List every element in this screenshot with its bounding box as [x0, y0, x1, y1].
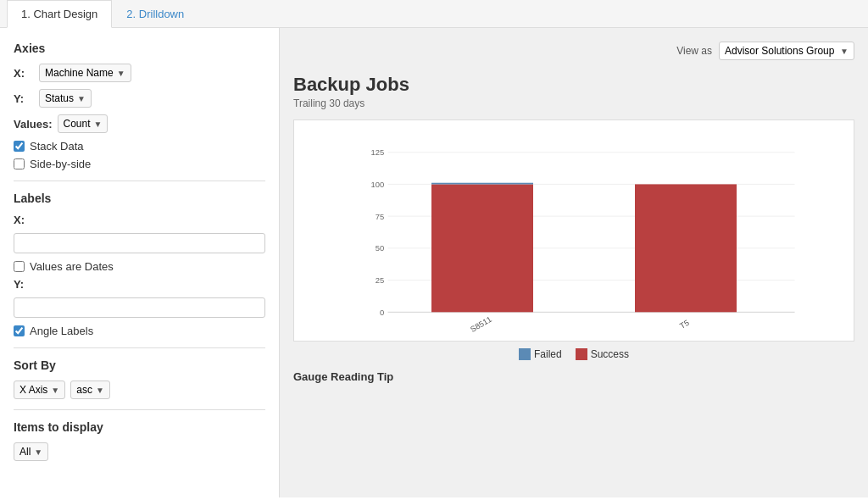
- x-axis-label: X:: [14, 67, 34, 80]
- y-axis-dropdown[interactable]: Status ▼: [39, 89, 92, 108]
- tab-chart-design[interactable]: 1. Chart Design: [7, 0, 112, 28]
- sort-by-title: Sort By: [14, 358, 265, 372]
- right-panel: View as Advisor Solutions Group ▼ Backup…: [280, 28, 868, 497]
- sort-by-chevron-icon: ▼: [51, 386, 59, 395]
- chart-legend: Failed Success: [293, 348, 854, 360]
- chart-subtitle: Trailing 30 days: [293, 97, 854, 109]
- sort-order-chevron-icon: ▼: [96, 386, 104, 395]
- sort-order-dropdown[interactable]: asc ▼: [70, 381, 110, 399]
- tab-drilldown[interactable]: 2. Drilldown: [112, 0, 198, 28]
- svg-text:100: 100: [371, 180, 385, 189]
- svg-text:50: 50: [376, 243, 384, 253]
- divider-2: [14, 347, 265, 348]
- x-label-input[interactable]: [14, 233, 265, 253]
- values-are-dates-row: Values are Dates: [14, 260, 265, 273]
- view-as-bar: View as Advisor Solutions Group ▼: [293, 42, 854, 60]
- x-label-t5: T5: [678, 318, 691, 331]
- chart-area: 125 100 75 50 25 0 S8511 T5: [293, 119, 854, 342]
- svg-text:0: 0: [380, 308, 384, 317]
- legend-failed-label: Failed: [534, 348, 562, 360]
- legend-success: Success: [576, 348, 629, 360]
- x-axis-chevron-icon: ▼: [117, 69, 125, 78]
- values-are-dates-label: Values are Dates: [30, 260, 114, 273]
- view-as-dropdown[interactable]: Advisor Solutions Group ▼: [719, 42, 854, 60]
- legend-failed-icon: [519, 348, 531, 360]
- x-label-s8511: S8511: [469, 314, 493, 334]
- label-x-row: X:: [14, 214, 265, 226]
- label-y-label: Y:: [14, 278, 34, 291]
- x-axis-row: X: Machine Name ▼: [14, 64, 265, 82]
- items-to-display-title: Items to display: [14, 420, 265, 434]
- view-as-chevron-icon: ▼: [840, 47, 849, 56]
- sort-by-dropdown[interactable]: X Axis ▼: [14, 381, 65, 399]
- left-panel: Axies X: Machine Name ▼ Y: Status ▼ Valu…: [0, 28, 280, 497]
- values-dropdown[interactable]: Count ▼: [58, 114, 108, 133]
- legend-success-label: Success: [591, 348, 629, 360]
- side-by-side-label: Side-by-side: [30, 158, 91, 170]
- sort-by-row: X Axis ▼ asc ▼: [14, 381, 265, 399]
- values-chevron-icon: ▼: [94, 119, 103, 129]
- legend-success-icon: [576, 348, 587, 360]
- labels-title: Labels: [14, 192, 265, 205]
- gauge-reading-tip: Gauge Reading Tip: [293, 370, 854, 383]
- items-to-display-row: All ▼: [14, 442, 265, 461]
- y-axis-row: Y: Status ▼: [14, 89, 265, 108]
- stack-data-checkbox[interactable]: [14, 141, 25, 152]
- values-label: Values:: [14, 118, 53, 131]
- angle-labels-row: Angle Labels: [14, 325, 265, 337]
- svg-text:125: 125: [371, 147, 385, 157]
- side-by-side-row: Side-by-side: [14, 158, 265, 170]
- legend-failed: Failed: [519, 348, 562, 360]
- bar-s8511-success: [431, 184, 533, 312]
- angle-labels-checkbox[interactable]: [14, 325, 25, 336]
- svg-text:25: 25: [376, 275, 384, 285]
- label-x-label: X:: [14, 214, 34, 226]
- chart-title: Backup Jobs: [293, 74, 854, 96]
- angle-labels-label: Angle Labels: [30, 325, 93, 337]
- x-axis-dropdown[interactable]: Machine Name ▼: [39, 64, 131, 82]
- stack-data-label: Stack Data: [30, 140, 84, 153]
- bar-t5-success: [635, 184, 737, 312]
- stack-data-row: Stack Data: [14, 140, 265, 153]
- divider-3: [14, 409, 265, 410]
- tab-bar: 1. Chart Design 2. Drilldown: [0, 0, 868, 28]
- items-to-display-dropdown[interactable]: All ▼: [14, 442, 48, 461]
- y-label-input[interactable]: [14, 297, 265, 318]
- view-as-label: View as: [676, 45, 712, 57]
- axies-title: Axies: [14, 42, 265, 55]
- values-are-dates-checkbox[interactable]: [14, 261, 25, 272]
- bar-s8511-failed: [431, 183, 533, 185]
- values-row: Values: Count ▼: [14, 114, 265, 133]
- main-layout: Axies X: Machine Name ▼ Y: Status ▼ Valu…: [0, 28, 868, 497]
- bar-chart-svg: 125 100 75 50 25 0 S8511 T5: [328, 131, 840, 334]
- items-to-display-chevron-icon: ▼: [34, 447, 42, 457]
- side-by-side-checkbox[interactable]: [14, 158, 25, 169]
- divider-1: [14, 181, 265, 181]
- label-y-row: Y:: [14, 278, 265, 291]
- y-axis-chevron-icon: ▼: [77, 94, 86, 103]
- y-axis-label: Y:: [14, 92, 34, 105]
- svg-text:75: 75: [376, 212, 384, 221]
